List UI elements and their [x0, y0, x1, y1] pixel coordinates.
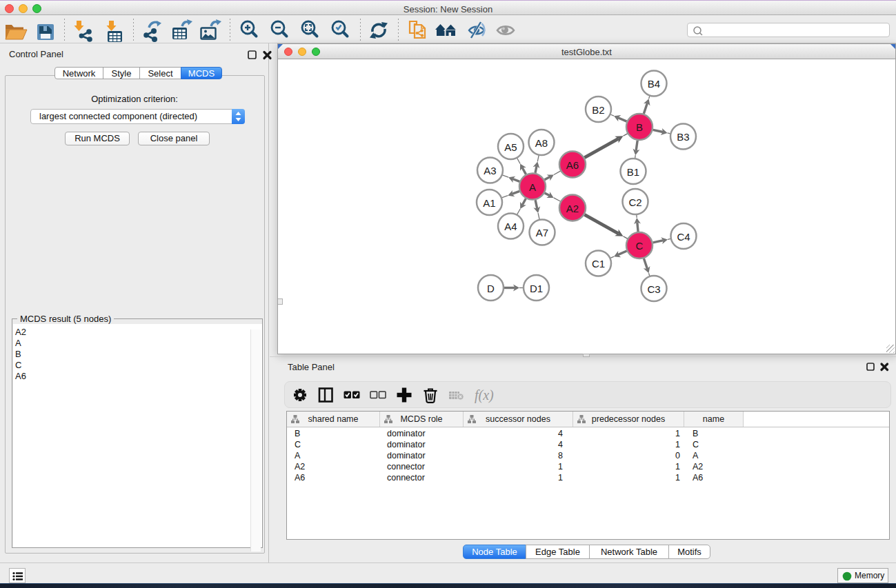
svg-text:B4: B4	[648, 78, 660, 90]
svg-text:A4: A4	[504, 221, 517, 232]
svg-text:f(x): f(x)	[475, 387, 494, 403]
svg-text:A: A	[529, 181, 536, 193]
svg-text:D: D	[487, 283, 495, 294]
svg-text:C: C	[636, 240, 644, 252]
svg-text:C3: C3	[647, 283, 660, 295]
svg-text:B1: B1	[627, 166, 639, 178]
svg-text:A5: A5	[504, 141, 517, 153]
svg-text:C1: C1	[592, 258, 605, 270]
svg-text:A2: A2	[566, 203, 579, 214]
svg-text:B: B	[636, 121, 643, 133]
svg-text:C2: C2	[628, 196, 641, 208]
svg-text:A3: A3	[484, 165, 496, 176]
svg-text:B3: B3	[677, 131, 689, 143]
svg-text:A8: A8	[535, 137, 548, 149]
svg-text:C4: C4	[677, 231, 690, 243]
svg-text:D1: D1	[530, 283, 543, 294]
svg-text:B2: B2	[592, 104, 604, 116]
svg-text:A7: A7	[536, 227, 548, 239]
svg-text:A6: A6	[566, 159, 579, 171]
svg-text:A1: A1	[483, 197, 495, 209]
